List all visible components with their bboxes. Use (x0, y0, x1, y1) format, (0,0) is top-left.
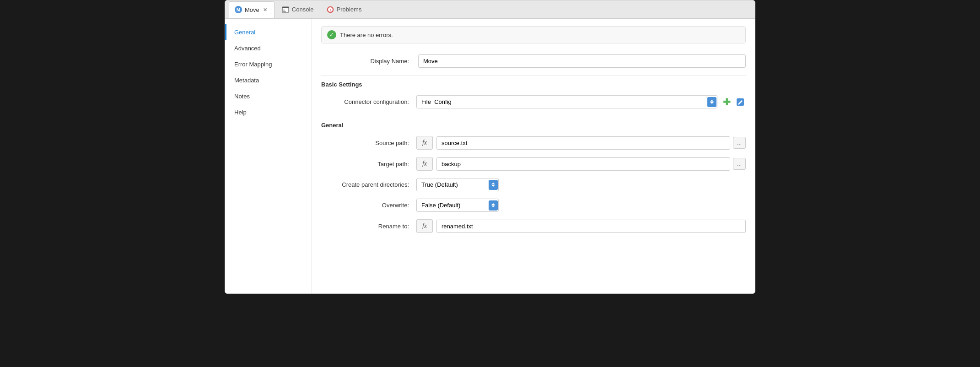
sidebar: General Advanced Error Mapping Metadata … (225, 19, 312, 293)
create-parent-select-wrapper: True (Default) False (416, 178, 499, 191)
target-fx-button[interactable]: fx (416, 157, 433, 171)
sidebar-metadata-label: Metadata (234, 77, 259, 84)
move-tab-icon: M (235, 6, 242, 13)
sidebar-advanced-label: Advanced (234, 45, 261, 52)
source-browse-button[interactable]: ... (733, 137, 746, 149)
overwrite-select[interactable]: False (Default) True (416, 199, 499, 212)
main-content: ✓ There are no errors. Display Name: Bas… (312, 19, 755, 293)
display-name-value (418, 54, 746, 68)
create-parent-label: Create parent directories: (321, 181, 413, 188)
connector-row: Connector configuration: File_Config ✚ (321, 92, 746, 112)
add-connector-button[interactable]: ✚ (721, 97, 732, 108)
sidebar-item-notes[interactable]: Notes (225, 88, 312, 104)
connector-select[interactable]: File_Config (416, 95, 717, 108)
svg-rect-1 (282, 7, 289, 8)
sidebar-general-label: General (234, 29, 255, 36)
tab-move-close[interactable]: ✕ (262, 6, 269, 13)
general-section-title: General (321, 116, 746, 132)
tab-problems-label: Problems (337, 6, 362, 13)
status-bar: ✓ There are no errors. (321, 26, 746, 43)
display-name-label: Display Name: (321, 58, 413, 65)
target-path-input-wrapper: ... (436, 157, 746, 171)
rename-label: Rename to: (321, 223, 413, 230)
overwrite-select-wrapper: False (Default) True (416, 199, 499, 212)
basic-settings-title: Basic Settings (321, 75, 746, 92)
target-path-label: Target path: (321, 161, 413, 167)
body: General Advanced Error Mapping Metadata … (225, 19, 755, 293)
sidebar-item-general[interactable]: General (225, 24, 312, 40)
status-text: There are no errors. (340, 32, 393, 38)
tab-console-label: Console (292, 6, 314, 13)
rename-row: Rename to: fx (321, 216, 746, 237)
sidebar-item-error-mapping[interactable]: Error Mapping (225, 56, 312, 72)
sidebar-item-metadata[interactable]: Metadata (225, 72, 312, 88)
tab-move-label: Move (245, 6, 259, 13)
connector-label: Connector configuration: (321, 98, 413, 105)
main-window: M Move ✕ Console ! Problems (225, 0, 755, 294)
display-name-input[interactable] (418, 54, 746, 68)
source-fx-button[interactable]: fx (416, 136, 433, 150)
rename-input[interactable] (436, 220, 746, 233)
sidebar-notes-label: Notes (234, 93, 250, 100)
problems-icon: ! (327, 6, 334, 13)
console-icon (282, 6, 289, 13)
status-success-icon: ✓ (327, 30, 336, 39)
overwrite-label: Overwrite: (321, 202, 413, 209)
target-path-row: Target path: fx ... (321, 153, 746, 174)
rename-input-wrapper (436, 220, 746, 233)
create-parent-select[interactable]: True (Default) False (416, 178, 499, 191)
tab-bar: M Move ✕ Console ! Problems (225, 0, 755, 19)
source-path-row: Source path: fx ... (321, 132, 746, 153)
connector-select-wrapper: File_Config (416, 95, 717, 108)
display-name-row: Display Name: (321, 51, 746, 71)
edit-connector-button[interactable] (735, 97, 746, 108)
connector-actions: ✚ (721, 97, 746, 108)
source-path-input[interactable] (436, 136, 730, 150)
target-path-input[interactable] (436, 157, 730, 171)
target-browse-button[interactable]: ... (733, 158, 746, 170)
overwrite-row: Overwrite: False (Default) True (321, 195, 746, 216)
sidebar-item-help[interactable]: Help (225, 104, 312, 120)
source-path-input-wrapper: ... (436, 136, 746, 150)
tab-move[interactable]: M Move ✕ (229, 1, 275, 18)
rename-fx-button[interactable]: fx (416, 219, 433, 233)
sidebar-help-label: Help (234, 109, 247, 116)
edit-icon (736, 97, 745, 107)
svg-text:!: ! (329, 8, 331, 12)
tab-console[interactable]: Console (276, 1, 319, 18)
tab-problems[interactable]: ! Problems (321, 1, 367, 18)
sidebar-error-mapping-label: Error Mapping (234, 61, 272, 68)
source-path-label: Source path: (321, 140, 413, 146)
create-parent-row: Create parent directories: True (Default… (321, 174, 746, 195)
sidebar-item-advanced[interactable]: Advanced (225, 40, 312, 56)
